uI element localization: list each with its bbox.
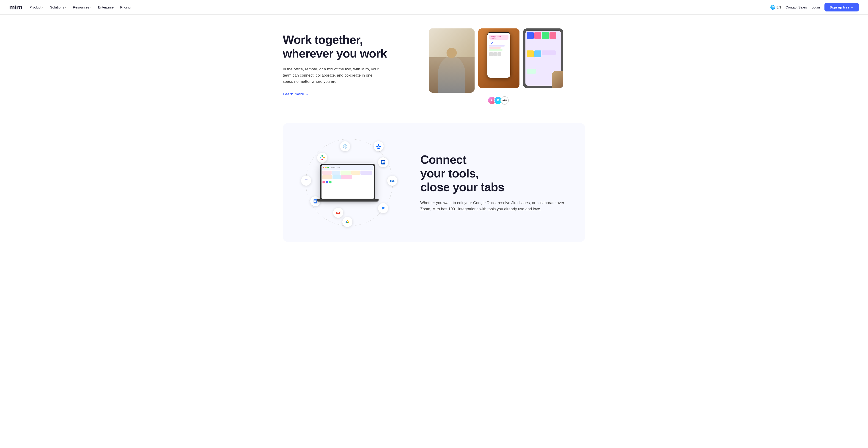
dropbox-icon [373, 141, 383, 151]
svg-rect-6 [314, 201, 316, 202]
nav-enterprise[interactable]: Enterprise [98, 5, 114, 9]
brainstorm-badge: Brainstorming session [489, 35, 508, 40]
hero-image-phone: Brainstorming session ↙ [478, 28, 520, 88]
slack-icon [317, 153, 327, 163]
nav-solutions[interactable]: Solutions ▾ [50, 5, 66, 9]
avatar-count-badge: +98 [500, 96, 509, 104]
hero-description: In the office, remote, or a mix of the t… [283, 66, 379, 85]
svg-rect-0 [320, 157, 321, 158]
svg-rect-8 [382, 161, 383, 163]
svg-rect-5 [314, 200, 316, 201]
box-icon: Box [387, 176, 397, 186]
gdrive-icon [342, 217, 352, 227]
jira-icon: ✖ [378, 203, 388, 213]
nav-resources[interactable]: Resources ▾ [73, 5, 92, 9]
language-selector[interactable]: 🌐 EN [770, 5, 781, 10]
hero-image-tablet [523, 28, 563, 88]
snowflake-icon: ❄️ [340, 141, 350, 151]
contact-sales-link[interactable]: Contact Sales [785, 5, 807, 9]
laptop-display: Project Kickoff [320, 164, 378, 202]
login-link[interactable]: Login [811, 5, 820, 9]
svg-rect-3 [321, 159, 323, 160]
nav-product[interactable]: Product ▾ [30, 5, 44, 9]
hero-content: Work together, wherever you work In the … [283, 28, 393, 96]
logo[interactable]: miro [9, 4, 22, 11]
svg-rect-1 [321, 155, 323, 157]
nav-links: Product ▾ Solutions ▾ Resources ▾ Enterp… [30, 5, 131, 9]
integrations-visual: Project Kickoff [297, 137, 402, 228]
learn-more-link[interactable]: Learn more → [283, 92, 309, 96]
integrations-description: Whether you want to edit your Google Doc… [420, 200, 571, 212]
hero-images: Brainstorming session ↙ [406, 28, 585, 104]
hero-images-row: Brainstorming session ↙ [429, 28, 563, 93]
hero-title: Work together, wherever you work [283, 33, 393, 61]
integrations-content: Connect your tools, close your tabs Whet… [420, 153, 571, 212]
hero-section: Work together, wherever you work In the … [274, 15, 594, 123]
svg-rect-2 [323, 157, 325, 158]
nav-left: miro Product ▾ Solutions ▾ Resources ▾ E… [9, 4, 131, 11]
trello-icon [378, 157, 388, 168]
globe-icon: 🌐 [770, 5, 775, 10]
integrations-section: Project Kickoff [283, 123, 585, 242]
teams-icon: T [301, 176, 311, 186]
nav-right: 🌐 EN Contact Sales Login Sign up free → [770, 3, 859, 11]
chevron-down-icon: ▾ [90, 6, 92, 9]
svg-rect-9 [383, 161, 385, 162]
hero-avatars: A B +98 [483, 96, 509, 104]
chevron-down-icon: ▾ [42, 6, 43, 9]
chevron-down-icon: ▾ [65, 6, 66, 9]
signup-button[interactable]: Sign up free → [825, 3, 859, 11]
gmail-icon [333, 208, 343, 218]
arrow-icon: ↙ [491, 41, 509, 45]
nav-pricing[interactable]: Pricing [120, 5, 131, 9]
integrations-title: Connect your tools, close your tabs [420, 153, 571, 194]
hero-image-person [429, 28, 474, 93]
main-nav: miro Product ▾ Solutions ▾ Resources ▾ E… [0, 0, 868, 15]
